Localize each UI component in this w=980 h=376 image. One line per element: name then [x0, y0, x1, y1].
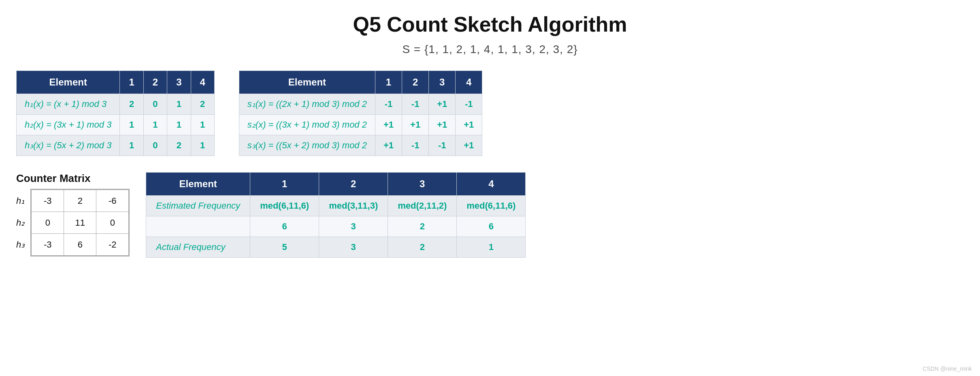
hash-row-0-val-1: 0 [143, 94, 167, 115]
freq-row-1-val-2: 2 [388, 216, 457, 237]
page-title: Q5 Count Sketch Algorithm [16, 12, 964, 36]
sign-row-2-val-1: -1 [402, 135, 429, 156]
sign-function-table: Element 1 2 3 4 s₁(x) = ((2x + 1) mod 3)… [239, 70, 482, 156]
hash-row-2-val-3: 1 [191, 135, 214, 156]
matrix-table: -32-60110-36-2 [31, 190, 129, 256]
sign-row-2-val-0: +1 [375, 135, 402, 156]
hash-row-func-2: h₃(x) = (5x + 2) mod 3 [17, 135, 120, 156]
hash-col-4: 4 [191, 71, 214, 94]
sign-row-1-val-2: +1 [429, 115, 456, 135]
hash-row-0-val-0: 2 [120, 94, 143, 115]
hash-col-3: 3 [167, 71, 191, 94]
freq-row-1-val-0: 6 [250, 216, 319, 237]
hash-row-func-0: h₁(x) = (x + 1) mod 3 [17, 94, 120, 115]
hash-row-1-val-3: 1 [191, 115, 214, 135]
matrix-row-label-2: h₃ [16, 234, 27, 256]
subtitle: S = {1, 1, 2, 1, 4, 1, 1, 3, 2, 3, 2} [16, 43, 964, 56]
sign-col-2: 2 [402, 71, 429, 94]
sign-row-1-val-0: +1 [375, 115, 402, 135]
sign-col-3: 3 [429, 71, 456, 94]
hash-function-table: Element 1 2 3 4 h₁(x) = (x + 1) mod 3201… [16, 70, 215, 156]
hash-row-0-val-2: 1 [167, 94, 191, 115]
matrix-cell-0-2: -6 [96, 190, 129, 212]
sign-row-func-1: s₂(x) = ((3x + 1) mod 3) mod 2 [239, 115, 375, 135]
freq-header-3: 3 [388, 173, 457, 196]
freq-row-1-val-3: 6 [457, 216, 526, 237]
freq-row-1-val-1: 3 [319, 216, 388, 237]
freq-row-0-val-0: med(6,11,6) [250, 196, 319, 216]
freq-row-2-val-1: 3 [319, 237, 388, 258]
sign-row-func-0: s₁(x) = ((2x + 1) mod 3) mod 2 [239, 94, 375, 115]
matrix-cell-1-1: 11 [64, 212, 96, 234]
matrix-cell-0-1: 2 [64, 190, 96, 212]
freq-row-label-1 [146, 216, 250, 237]
freq-header-0: Element [146, 173, 250, 196]
sign-row-2-val-3: +1 [456, 135, 482, 156]
matrix-cell-2-1: 6 [64, 234, 96, 256]
sign-col-element: Element [239, 71, 375, 94]
watermark: CSDN @nine_mink [922, 365, 972, 372]
hash-row-1-val-0: 1 [120, 115, 143, 135]
sign-col-4: 4 [456, 71, 482, 94]
sign-row-0-val-0: -1 [375, 94, 402, 115]
hash-row-1-val-1: 1 [143, 115, 167, 135]
matrix-cell-2-0: -3 [32, 234, 64, 256]
matrix-cell-0-0: -3 [32, 190, 64, 212]
sign-row-0-val-2: +1 [429, 94, 456, 115]
hash-row-0-val-3: 2 [191, 94, 214, 115]
sign-row-1-val-1: +1 [402, 115, 429, 135]
freq-row-0-val-1: med(3,11,3) [319, 196, 388, 216]
counter-matrix-title: Counter Matrix [16, 172, 90, 185]
sign-row-1-val-3: +1 [456, 115, 482, 135]
freq-header-2: 2 [319, 173, 388, 196]
hash-row-func-1: h₂(x) = (3x + 1) mod 3 [17, 115, 120, 135]
frequency-table: Element1234 Estimated Frequencymed(6,11,… [146, 172, 526, 258]
top-section: Element 1 2 3 4 h₁(x) = (x + 1) mod 3201… [16, 70, 964, 156]
sign-row-0-val-1: -1 [402, 94, 429, 115]
sign-row-func-2: s₃(x) = ((5x + 2) mod 3) mod 2 [239, 135, 375, 156]
freq-row-2-val-0: 5 [250, 237, 319, 258]
freq-row-2-val-2: 2 [388, 237, 457, 258]
bottom-section: Counter Matrix h₁h₂h₃ -32-60110-36-2 Ele… [16, 172, 964, 258]
hash-col-element: Element [17, 71, 120, 94]
matrix-cell-2-2: -2 [96, 234, 129, 256]
hash-row-2-val-1: 0 [143, 135, 167, 156]
freq-row-label-0: Estimated Frequency [146, 196, 250, 216]
matrix-row-label-0: h₁ [16, 190, 27, 212]
hash-row-1-val-2: 1 [167, 115, 191, 135]
hash-col-2: 2 [143, 71, 167, 94]
matrix-row-labels: h₁h₂h₃ [16, 190, 27, 256]
freq-row-0-val-2: med(2,11,2) [388, 196, 457, 216]
matrix-cell-1-0: 0 [32, 212, 64, 234]
freq-row-0-val-3: med(6,11,6) [457, 196, 526, 216]
sign-col-1: 1 [375, 71, 402, 94]
freq-header-1: 1 [250, 173, 319, 196]
hash-row-2-val-0: 1 [120, 135, 143, 156]
counter-matrix-block: Counter Matrix h₁h₂h₃ -32-60110-36-2 [16, 172, 130, 256]
sign-row-2-val-2: -1 [429, 135, 456, 156]
freq-row-2-val-3: 1 [457, 237, 526, 258]
matrix-wrap: h₁h₂h₃ -32-60110-36-2 [16, 189, 130, 256]
freq-header-4: 4 [457, 173, 526, 196]
freq-row-label-2: Actual Frequency [146, 237, 250, 258]
hash-row-2-val-2: 2 [167, 135, 191, 156]
sign-row-0-val-3: -1 [456, 94, 482, 115]
matrix-row-label-1: h₂ [16, 212, 27, 234]
hash-col-1: 1 [120, 71, 143, 94]
matrix-cell-1-2: 0 [96, 212, 129, 234]
matrix-grid: -32-60110-36-2 [30, 189, 130, 256]
